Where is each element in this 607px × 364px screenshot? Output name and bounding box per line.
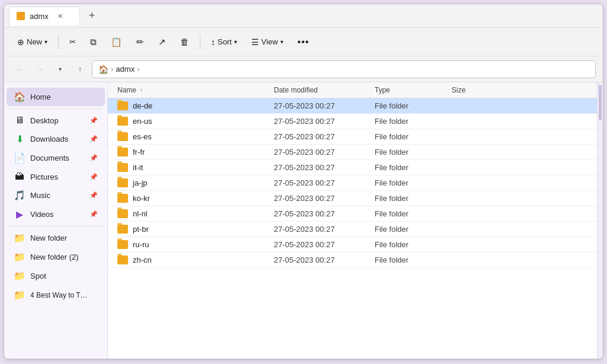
- copy-button[interactable]: ⧉: [84, 32, 103, 52]
- file-date: 27-05-2023 00:27: [274, 101, 375, 110]
- more-icon: •••: [298, 37, 309, 47]
- table-row[interactable]: ja-jp 27-05-2023 00:27 File folder: [108, 175, 597, 191]
- new-tab-button[interactable]: +: [84, 8, 100, 24]
- downloads-icon: ⬇: [14, 133, 25, 145]
- sidebar-label-home: Home: [30, 92, 51, 101]
- view-button[interactable]: ☰ View ▾: [245, 32, 289, 52]
- delete-button[interactable]: 🗑: [174, 32, 195, 52]
- col-header-date[interactable]: Date modified: [274, 86, 375, 94]
- file-name: en-us: [133, 117, 152, 126]
- col-header-size[interactable]: Size: [452, 86, 499, 94]
- sort-caret-icon: ▾: [234, 39, 237, 45]
- up-button[interactable]: ↑: [72, 61, 88, 78]
- sidebar-item-desktop[interactable]: 🖥 Desktop 📌: [7, 111, 105, 129]
- folder-icon: [117, 178, 128, 187]
- sidebar-item-spot[interactable]: 📁 Spot: [7, 267, 105, 285]
- table-row[interactable]: nl-nl 27-05-2023 00:27 File folder: [108, 206, 597, 222]
- folder-icon: [117, 240, 128, 249]
- rename-button[interactable]: ✏: [130, 32, 150, 52]
- sidebar-item-downloads[interactable]: ⬇ Downloads 📌: [7, 130, 105, 148]
- folder-icon: [117, 101, 128, 110]
- file-name: es-es: [133, 132, 152, 141]
- toolbar-sep-1: [58, 35, 59, 49]
- path-admx: admx: [116, 65, 135, 74]
- cut-icon: ✂: [69, 37, 76, 46]
- view-icon: ☰: [251, 37, 259, 47]
- new-button[interactable]: ⊕ New ▾: [11, 32, 53, 52]
- sidebar-item-home[interactable]: 🏠 Home: [7, 88, 105, 106]
- table-row[interactable]: ko-kr 27-05-2023 00:27 File folder: [108, 191, 597, 206]
- col-header-type[interactable]: Type: [375, 86, 452, 94]
- recent-button[interactable]: ▾: [52, 61, 68, 78]
- sidebar-label-documents: Documents: [30, 154, 69, 162]
- file-list: Name ↑ Date modified Type Size de-de 27-…: [108, 82, 597, 359]
- vertical-scrollbar[interactable]: [597, 82, 603, 359]
- sidebar-item-videos[interactable]: ▶ Videos 📌: [7, 205, 105, 223]
- file-date: 27-05-2023 00:27: [274, 194, 375, 203]
- file-type: File folder: [375, 209, 452, 218]
- paste-icon: 📋: [111, 37, 122, 47]
- sort-button[interactable]: ↕ Sort ▾: [205, 32, 243, 52]
- tab-label: admx: [30, 12, 49, 21]
- sidebar-label-spot: Spot: [30, 272, 46, 280]
- sidebar-label-pictures: Pictures: [30, 173, 58, 181]
- more-button[interactable]: •••: [292, 32, 315, 52]
- home-icon: 🏠: [14, 91, 25, 103]
- file-type: File folder: [375, 240, 452, 249]
- sort-arrow-name: ↑: [140, 87, 143, 94]
- folder-icon-4best: 📁: [14, 289, 25, 301]
- file-name: fr-fr: [133, 148, 145, 157]
- music-icon: 🎵: [14, 190, 25, 201]
- sort-label: Sort: [218, 37, 232, 46]
- folder-icon-spot: 📁: [14, 270, 25, 282]
- table-row[interactable]: zh-cn 27-05-2023 00:27 File folder: [108, 253, 597, 268]
- file-date: 27-05-2023 00:27: [274, 163, 375, 172]
- titlebar: admx ✕ +: [4, 4, 603, 28]
- tab-close-button[interactable]: ✕: [56, 11, 65, 21]
- sidebar-item-new-folder-2[interactable]: 📁 New folder (2): [7, 248, 105, 266]
- desktop-icon: 🖥: [14, 115, 25, 126]
- table-row[interactable]: fr-fr 27-05-2023 00:27 File folder: [108, 145, 597, 160]
- sidebar-item-pictures[interactable]: 🏔 Pictures 📌: [7, 168, 105, 186]
- share-button[interactable]: ↗: [152, 32, 172, 52]
- file-type: File folder: [375, 101, 452, 110]
- file-date: 27-05-2023 00:27: [274, 225, 375, 234]
- active-tab[interactable]: admx ✕: [9, 7, 80, 25]
- folder-icon-new2: 📁: [14, 251, 25, 263]
- forward-button[interactable]: →: [31, 61, 48, 78]
- file-date: 27-05-2023 00:27: [274, 240, 375, 249]
- table-row[interactable]: pt-br 27-05-2023 00:27 File folder: [108, 222, 597, 237]
- copy-icon: ⧉: [90, 37, 97, 47]
- pin-icon-downloads: 📌: [90, 135, 98, 143]
- back-button[interactable]: ←: [11, 61, 28, 78]
- file-name: pt-br: [133, 225, 149, 234]
- view-label: View: [261, 37, 278, 46]
- cut-button[interactable]: ✂: [63, 32, 82, 52]
- pin-icon-pictures: 📌: [90, 173, 98, 181]
- col-header-name[interactable]: Name ↑: [108, 86, 274, 94]
- tab-folder-icon: [17, 12, 25, 20]
- sidebar-item-new-folder[interactable]: 📁 New folder: [7, 229, 105, 247]
- address-path[interactable]: 🏠 › admx ›: [92, 60, 596, 78]
- filelist-header: Name ↑ Date modified Type Size: [108, 82, 597, 98]
- sidebar-item-documents[interactable]: 📄 Documents 📌: [7, 149, 105, 167]
- toolbar-sep-2: [200, 35, 200, 49]
- new-icon: ⊕: [17, 37, 24, 47]
- file-name: ko-kr: [133, 194, 150, 203]
- path-home-icon: 🏠: [98, 65, 108, 74]
- table-row[interactable]: es-es 27-05-2023 00:27 File folder: [108, 129, 597, 145]
- sidebar-item-4best[interactable]: 📁 4 Best Way to Tu...: [7, 286, 105, 304]
- new-caret-icon: ▾: [44, 39, 47, 45]
- delete-icon: 🗑: [180, 37, 189, 47]
- new-label: New: [27, 37, 42, 46]
- table-row[interactable]: en-us 27-05-2023 00:27 File folder: [108, 114, 597, 129]
- table-row[interactable]: ru-ru 27-05-2023 00:27 File folder: [108, 237, 597, 253]
- file-type: File folder: [375, 256, 452, 264]
- share-icon: ↗: [158, 37, 166, 47]
- file-date: 27-05-2023 00:27: [274, 209, 375, 218]
- table-row[interactable]: it-it 27-05-2023 00:27 File folder: [108, 160, 597, 175]
- sidebar-item-music[interactable]: 🎵 Music 📌: [7, 186, 105, 205]
- paste-button[interactable]: 📋: [105, 32, 128, 52]
- sidebar-divider-2: [9, 226, 103, 226]
- table-row[interactable]: de-de 27-05-2023 00:27 File folder: [108, 98, 597, 114]
